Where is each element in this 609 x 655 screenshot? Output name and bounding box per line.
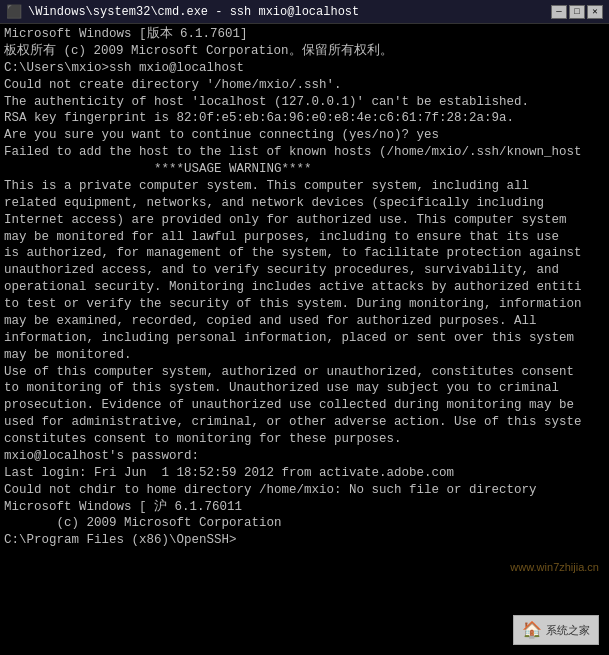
maximize-button[interactable]: □ — [569, 5, 585, 19]
terminal-line: RSA key fingerprint is 82:0f:e5:eb:6a:96… — [4, 110, 605, 127]
terminal-line: to monitoring of this system. Unauthoriz… — [4, 380, 605, 397]
watermark: www.win7zhijia.cn — [510, 560, 599, 575]
terminal-line: C:\Program Files (x86)\OpenSSH> — [4, 532, 605, 549]
house-icon: 🏠 — [522, 619, 542, 641]
terminal-line: The authenticity of host 'localhost (127… — [4, 94, 605, 111]
logo-text: 系统之家 — [546, 623, 590, 638]
title-bar-left: ⬛ \Windows\system32\cmd.exe - ssh mxio@l… — [6, 4, 359, 20]
terminal-line: C:\Users\mxio>ssh mxio@localhost — [4, 60, 605, 77]
terminal-line: Last login: Fri Jun 1 18:52:59 2012 from… — [4, 465, 605, 482]
terminal-window[interactable]: Microsoft Windows [版本 6.1.7601]板权所有 (c) … — [0, 24, 609, 655]
terminal-line: is authorized, for management of the sys… — [4, 245, 605, 262]
title-bar-buttons: — □ ✕ — [551, 5, 603, 19]
terminal-line: may be examined, recorded, copied and us… — [4, 313, 605, 330]
terminal-line: used for administrative, criminal, or ot… — [4, 414, 605, 431]
terminal-line: prosecution. Evidence of unauthorized us… — [4, 397, 605, 414]
terminal-line: Microsoft Windows [ 沪 6.1.76011 — [4, 499, 605, 516]
terminal-line: Failed to add the host to the list of kn… — [4, 144, 605, 161]
terminal-line: operational security. Monitoring include… — [4, 279, 605, 296]
title-bar: ⬛ \Windows\system32\cmd.exe - ssh mxio@l… — [0, 0, 609, 24]
terminal-line: 板权所有 (c) 2009 Microsoft Corporation。保留所有… — [4, 43, 605, 60]
terminal-line: may be monitored. — [4, 347, 605, 364]
terminal-line: Microsoft Windows [版本 6.1.7601] — [4, 26, 605, 43]
terminal-line: Are you sure you want to continue connec… — [4, 127, 605, 144]
terminal-line: to test or verify the security of this s… — [4, 296, 605, 313]
cmd-icon: ⬛ — [6, 4, 22, 20]
terminal-line: mxio@localhost's password: — [4, 448, 605, 465]
terminal-line: (c) 2009 Microsoft Corporation — [4, 515, 605, 532]
terminal-line: Use of this computer system, authorized … — [4, 364, 605, 381]
terminal-line: Internet access) are provided only for a… — [4, 212, 605, 229]
title-bar-text: \Windows\system32\cmd.exe - ssh mxio@loc… — [28, 5, 359, 19]
terminal-line: unauthorized access, and to verify secur… — [4, 262, 605, 279]
terminal-line: Could not create directory '/home/mxio/.… — [4, 77, 605, 94]
terminal-line: constitutes consent to monitoring for th… — [4, 431, 605, 448]
terminal-line: related equipment, networks, and network… — [4, 195, 605, 212]
terminal-line: Could not chdir to home directory /home/… — [4, 482, 605, 499]
minimize-button[interactable]: — — [551, 5, 567, 19]
close-button[interactable]: ✕ — [587, 5, 603, 19]
terminal-line: may be monitored for all lawful purposes… — [4, 229, 605, 246]
terminal-line: ****USAGE WARNING**** — [4, 161, 605, 178]
logo-box: 🏠 系统之家 — [513, 615, 599, 645]
terminal-line: information, including personal informat… — [4, 330, 605, 347]
terminal-line: This is a private computer system. This … — [4, 178, 605, 195]
